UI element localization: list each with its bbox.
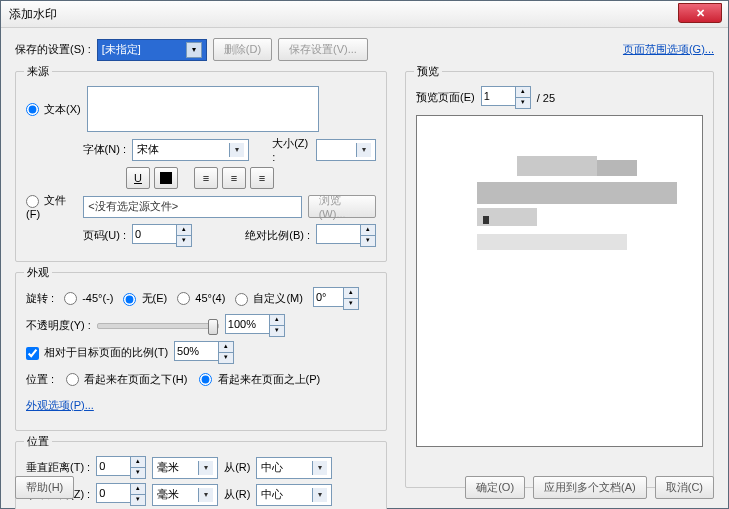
opacity-spinner[interactable]: ▴▾ (225, 314, 285, 337)
preview-group: 预览 预览页面(E) ▴▾ / 25 (405, 71, 714, 488)
chevron-down-icon: ▾ (186, 42, 202, 58)
watermark-text-input[interactable] (87, 86, 319, 132)
size-label: 大小(Z) : (272, 136, 310, 163)
chevron-down-icon: ▾ (360, 235, 376, 247)
color-button[interactable] (154, 167, 178, 189)
chevron-down-icon: ▾ (515, 97, 531, 109)
source-legend: 来源 (24, 64, 52, 79)
preview-content-placeholder (477, 156, 677, 266)
chevron-down-icon: ▾ (356, 143, 371, 157)
position-legend: 位置 (24, 434, 52, 449)
help-button[interactable]: 帮助(H) (15, 476, 74, 499)
chevron-up-icon: ▴ (515, 86, 531, 97)
chevron-down-icon: ▾ (176, 235, 192, 247)
appearance-legend: 外观 (24, 265, 52, 280)
align-left-button[interactable]: ≡ (194, 167, 218, 189)
align-right-button[interactable]: ≡ (250, 167, 274, 189)
browse-button[interactable]: 浏览(W)... (308, 195, 376, 218)
size-combo[interactable]: ▾ (316, 139, 376, 161)
chevron-up-icon: ▴ (360, 224, 376, 235)
rot-0-radio[interactable]: 无(E) (123, 291, 167, 306)
preview-page-spinner[interactable]: ▴▾ (481, 86, 531, 109)
chevron-down-icon: ▾ (198, 461, 213, 475)
position-label: 位置 : (26, 372, 54, 387)
chevron-up-icon: ▴ (269, 314, 285, 325)
slider-thumb[interactable] (208, 319, 218, 335)
file-combo[interactable]: <没有选定源文件> (83, 196, 301, 218)
preview-page-label: 预览页面(E) (416, 90, 475, 105)
relscale-spinner[interactable]: ▴▾ (174, 341, 234, 364)
ok-button[interactable]: 确定(O) (465, 476, 525, 499)
preview-legend: 预览 (414, 64, 442, 79)
preview-page-total: / 25 (537, 92, 555, 104)
opacity-slider[interactable] (97, 323, 219, 329)
abs-scale-spinner[interactable]: ▴▾ (316, 224, 376, 247)
save-settings-button[interactable]: 保存设置(V)... (278, 38, 368, 61)
abs-scale-label: 绝对比例(B) : (245, 228, 310, 243)
font-combo[interactable]: 宋体▾ (132, 139, 249, 161)
pagenum-spinner[interactable]: ▴▾ (132, 224, 192, 247)
chevron-up-icon: ▴ (343, 287, 359, 298)
cancel-button[interactable]: 取消(C) (655, 476, 714, 499)
chevron-down-icon: ▾ (229, 143, 244, 157)
source-group: 来源 文本(X) 字体(N) : 宋体▾ 大小(Z) : ▾ (15, 71, 387, 262)
titlebar: 添加水印 ✕ (1, 1, 728, 28)
rot-45-radio[interactable]: 45°(4) (177, 292, 225, 306)
vdist-label: 垂直距离(T) : (26, 460, 90, 475)
window-title: 添加水印 (5, 6, 57, 23)
pos-below-radio[interactable]: 看起来在页面之下(H) (66, 372, 187, 387)
preview-canvas (416, 115, 703, 447)
pos-above-radio[interactable]: 看起来在页面之上(P) (199, 372, 320, 387)
chevron-down-icon: ▾ (269, 325, 285, 337)
saved-settings-label: 保存的设置(S) : (15, 42, 91, 57)
delete-button[interactable]: 删除(D) (213, 38, 272, 61)
chevron-up-icon: ▴ (218, 341, 234, 352)
chevron-down-icon: ▾ (343, 298, 359, 310)
rotate-label: 旋转 : (26, 291, 54, 306)
rot-n45-radio[interactable]: -45°(-) (64, 292, 113, 306)
relscale-checkbox[interactable]: 相对于目标页面的比例(T) (26, 345, 168, 360)
dialog-window: 添加水印 ✕ 保存的设置(S) : [未指定] ▾ 删除(D) 保存设置(V).… (0, 0, 729, 509)
appearance-group: 外观 旋转 : -45°(-) 无(E) 45°(4) 自定义(M) ▴▾ 不透… (15, 272, 387, 431)
underline-button[interactable]: U (126, 167, 150, 189)
text-radio[interactable]: 文本(X) (26, 102, 81, 117)
font-label: 字体(N) : (82, 142, 126, 157)
file-radio[interactable]: 文件(F) (26, 193, 77, 220)
align-center-button[interactable]: ≡ (222, 167, 246, 189)
appearance-options-link[interactable]: 外观选项(P)... (26, 398, 94, 413)
page-range-link[interactable]: 页面范围选项(G)... (623, 42, 714, 57)
apply-multiple-button[interactable]: 应用到多个文档(A) (533, 476, 647, 499)
rot-custom-radio[interactable]: 自定义(M) (235, 291, 303, 306)
color-swatch-icon (160, 172, 172, 184)
saved-settings-combo[interactable]: [未指定] ▾ (97, 39, 207, 61)
chevron-down-icon: ▾ (218, 352, 234, 364)
vfrom-label: 从(R) (224, 460, 250, 475)
chevron-down-icon: ▾ (312, 461, 327, 475)
chevron-up-icon: ▴ (130, 456, 146, 467)
chevron-up-icon: ▴ (176, 224, 192, 235)
saved-settings-value: [未指定] (102, 42, 141, 57)
close-icon: ✕ (696, 7, 705, 20)
close-button[interactable]: ✕ (678, 3, 722, 23)
rot-value-spinner[interactable]: ▴▾ (313, 287, 359, 310)
opacity-label: 不透明度(Y) : (26, 318, 91, 333)
pagenum-label: 页码(U) : (82, 228, 126, 243)
